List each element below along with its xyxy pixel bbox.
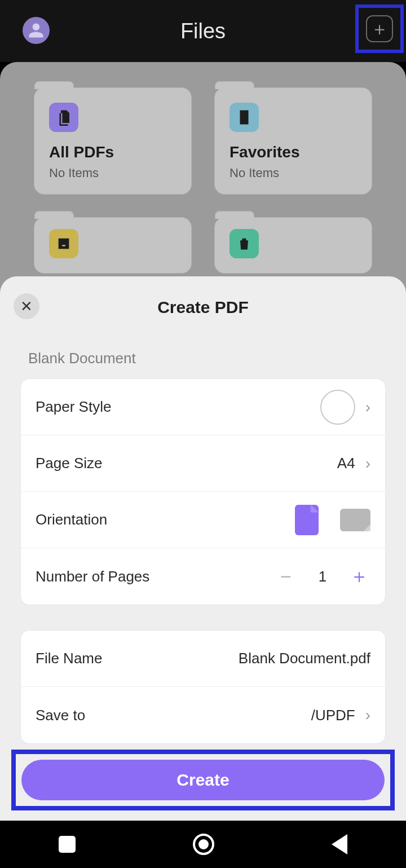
close-icon: ✕ [20, 298, 33, 315]
chevron-right-icon: › [365, 398, 370, 416]
star-document-icon [230, 103, 259, 132]
row-label: Orientation [36, 511, 107, 528]
page-size-value: A4 [337, 455, 355, 472]
folder-subtitle: No Items [49, 166, 176, 180]
orientation-portrait[interactable] [295, 505, 319, 535]
nav-home[interactable] [193, 834, 214, 855]
row-file-name[interactable]: File Name Blank Document.pdf [21, 631, 385, 687]
pages-value: 1 [314, 568, 331, 585]
sheet-title: Create PDF [157, 298, 249, 317]
chevron-right-icon: › [365, 706, 370, 724]
row-label: File Name [36, 650, 102, 667]
folder-title: All PDFs [49, 143, 176, 161]
folder-trash[interactable] [214, 217, 372, 274]
page-title: Files [180, 19, 226, 43]
inbox-icon [49, 229, 78, 258]
create-button[interactable]: Create [21, 760, 385, 800]
folder-all-pdfs[interactable]: All PDFs No Items [34, 87, 192, 195]
settings-card-2: File Name Blank Document.pdf Save to /UP… [20, 630, 386, 744]
add-button[interactable]: ＋ [366, 15, 393, 42]
chevron-right-icon: › [365, 455, 370, 473]
row-number-of-pages: Number of Pages − 1 ＋ [21, 548, 385, 605]
create-button-highlight: Create [11, 750, 395, 810]
pages-increment[interactable]: ＋ [348, 563, 370, 589]
folder-title: Favorites [230, 143, 357, 161]
create-button-label: Create [176, 770, 229, 790]
row-orientation: Orientation [21, 492, 385, 548]
plus-icon: ＋ [370, 20, 389, 38]
row-save-to[interactable]: Save to /UPDF › [21, 687, 385, 743]
nav-recent[interactable] [59, 836, 76, 853]
top-bar: Files ＋ [0, 0, 406, 62]
profile-avatar[interactable] [23, 17, 50, 44]
folder-inbox[interactable] [34, 217, 192, 274]
system-nav-bar [0, 821, 406, 868]
row-label: Save to [36, 707, 85, 724]
add-button-highlight: ＋ [355, 5, 404, 53]
folder-subtitle: No Items [230, 166, 357, 180]
row-label: Page Size [36, 455, 103, 472]
nav-back[interactable] [332, 834, 347, 854]
create-pdf-sheet: ✕ Create PDF Blank Document Paper Style … [0, 276, 406, 821]
paper-style-preview [320, 390, 355, 425]
row-label: Number of Pages [36, 568, 149, 585]
pages-decrement[interactable]: − [275, 566, 297, 588]
documents-icon [49, 103, 78, 132]
row-paper-style[interactable]: Paper Style › [21, 379, 385, 435]
close-button[interactable]: ✕ [14, 293, 39, 319]
file-name-value: Blank Document.pdf [239, 650, 370, 667]
row-label: Paper Style [36, 398, 111, 416]
folder-favorites[interactable]: Favorites No Items [214, 87, 372, 195]
trash-icon [230, 229, 259, 258]
orientation-landscape[interactable] [340, 509, 370, 531]
save-to-value: /UPDF [311, 707, 355, 724]
row-page-size[interactable]: Page Size A4 › [21, 435, 385, 492]
settings-card-1: Paper Style › Page Size A4 › Orientation… [20, 378, 386, 605]
person-icon [28, 22, 45, 39]
section-label: Blank Document [0, 327, 406, 378]
